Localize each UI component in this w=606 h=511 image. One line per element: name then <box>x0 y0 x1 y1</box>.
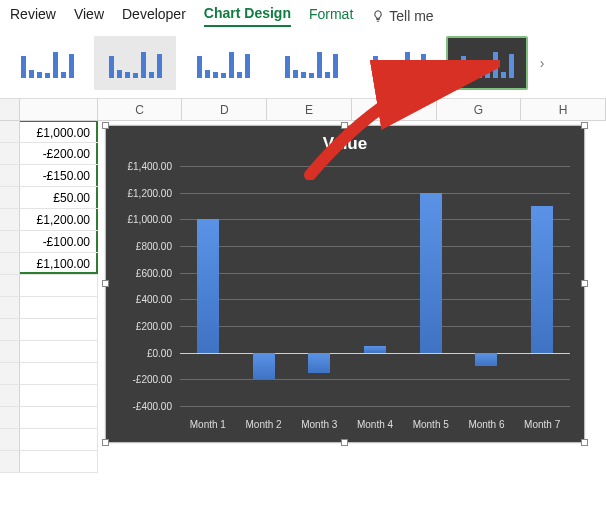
cell-b[interactable] <box>20 319 98 340</box>
chart-style-1[interactable] <box>6 36 88 90</box>
y-axis-labels: £1,400.00£1,200.00£1,000.00£800.00£600.0… <box>106 166 176 406</box>
resize-handle-bm[interactable] <box>341 439 348 446</box>
chart-bars <box>180 166 570 406</box>
chart-style-gallery: › <box>0 28 606 99</box>
row-header[interactable] <box>0 275 20 296</box>
y-tick-label: £1,400.00 <box>128 161 173 172</box>
row-header[interactable] <box>0 165 20 186</box>
gallery-next-button[interactable]: › <box>534 43 550 83</box>
row-header[interactable] <box>0 319 20 340</box>
column-header-c[interactable]: C <box>98 99 183 120</box>
chart-bar[interactable] <box>253 353 275 380</box>
chart-style-6[interactable] <box>446 36 528 90</box>
resize-handle-tl[interactable] <box>102 122 109 129</box>
plot-area <box>180 166 570 406</box>
column-header-b[interactable] <box>20 99 98 120</box>
column-header-h[interactable]: H <box>521 99 606 120</box>
x-tick-label: Month 6 <box>459 419 515 430</box>
lightbulb-icon <box>371 9 385 23</box>
chart-bar[interactable] <box>420 193 442 353</box>
row-header[interactable] <box>0 363 20 384</box>
resize-handle-mr[interactable] <box>581 280 588 287</box>
tab-review[interactable]: Review <box>10 6 56 26</box>
corner-cell[interactable] <box>0 99 20 120</box>
y-tick-label: -£400.00 <box>133 401 172 412</box>
y-tick-label: £200.00 <box>136 320 172 331</box>
resize-handle-br[interactable] <box>581 439 588 446</box>
cell-b[interactable]: -£100.00 <box>20 231 98 252</box>
resize-handle-tr[interactable] <box>581 122 588 129</box>
grid-rows: £1,000.00-£200.00-£150.00£50.00£1,200.00… <box>0 121 98 473</box>
y-tick-label: £1,200.00 <box>128 187 173 198</box>
column-header-f[interactable]: F <box>352 99 437 120</box>
x-tick-label: Month 7 <box>514 419 570 430</box>
chart-bar[interactable] <box>197 219 219 352</box>
row-header[interactable] <box>0 297 20 318</box>
cell-b[interactable] <box>20 385 98 406</box>
row-header[interactable] <box>0 187 20 208</box>
row-header[interactable] <box>0 253 20 274</box>
row-header[interactable] <box>0 341 20 362</box>
chart-bar[interactable] <box>475 353 497 366</box>
cell-b[interactable] <box>20 341 98 362</box>
chart-style-4[interactable] <box>270 36 352 90</box>
x-tick-label: Month 3 <box>291 419 347 430</box>
y-tick-label: £600.00 <box>136 267 172 278</box>
spreadsheet-area: C D E F G H £1,000.00-£200.00-£150.00£50… <box>0 99 606 510</box>
row-header[interactable] <box>0 143 20 164</box>
row-header[interactable] <box>0 385 20 406</box>
chart-title[interactable]: Value <box>106 126 584 154</box>
tab-format[interactable]: Format <box>309 6 353 26</box>
row-header[interactable] <box>0 407 20 428</box>
tell-me-label: Tell me <box>389 8 433 24</box>
x-tick-label: Month 4 <box>347 419 403 430</box>
cell-b[interactable]: £1,100.00 <box>20 253 98 274</box>
ribbon-tabs: Review View Developer Chart Design Forma… <box>0 0 606 28</box>
cell-b[interactable]: £1,200.00 <box>20 209 98 230</box>
y-tick-label: £0.00 <box>147 347 172 358</box>
y-tick-label: £400.00 <box>136 294 172 305</box>
x-tick-label: Month 2 <box>236 419 292 430</box>
x-axis-labels: Month 1Month 2Month 3Month 4Month 5Month… <box>180 419 570 430</box>
tab-chart-design[interactable]: Chart Design <box>204 5 291 27</box>
y-tick-label: £1,000.00 <box>128 214 173 225</box>
column-headers: C D E F G H <box>0 99 606 121</box>
row-header[interactable] <box>0 429 20 450</box>
cell-b[interactable] <box>20 407 98 428</box>
cell-b[interactable] <box>20 275 98 296</box>
cell-b[interactable]: £50.00 <box>20 187 98 208</box>
column-header-d[interactable]: D <box>182 99 267 120</box>
cell-b[interactable] <box>20 451 98 472</box>
chart-style-2[interactable] <box>94 36 176 90</box>
chart-bar[interactable] <box>364 346 386 353</box>
resize-handle-tm[interactable] <box>341 122 348 129</box>
resize-handle-bl[interactable] <box>102 439 109 446</box>
tell-me-button[interactable]: Tell me <box>371 8 433 24</box>
chart-bar[interactable] <box>308 353 330 373</box>
row-header[interactable] <box>0 121 20 142</box>
tab-developer[interactable]: Developer <box>122 6 186 26</box>
cell-b[interactable] <box>20 363 98 384</box>
chart-style-5[interactable] <box>358 36 440 90</box>
row-header[interactable] <box>0 231 20 252</box>
x-tick-label: Month 1 <box>180 419 236 430</box>
column-header-g[interactable]: G <box>437 99 522 120</box>
chart-bar[interactable] <box>531 206 553 353</box>
y-tick-label: -£200.00 <box>133 374 172 385</box>
tab-view[interactable]: View <box>74 6 104 26</box>
embedded-chart[interactable]: Value £1,400.00£1,200.00£1,000.00£800.00… <box>105 125 585 443</box>
cell-b[interactable]: -£200.00 <box>20 143 98 164</box>
chart-style-3[interactable] <box>182 36 264 90</box>
cell-b[interactable]: £1,000.00 <box>20 121 98 142</box>
row-header[interactable] <box>0 451 20 472</box>
cell-b[interactable] <box>20 429 98 450</box>
cell-b[interactable]: -£150.00 <box>20 165 98 186</box>
x-tick-label: Month 5 <box>403 419 459 430</box>
cell-b[interactable] <box>20 297 98 318</box>
column-header-e[interactable]: E <box>267 99 352 120</box>
y-tick-label: £800.00 <box>136 240 172 251</box>
row-header[interactable] <box>0 209 20 230</box>
